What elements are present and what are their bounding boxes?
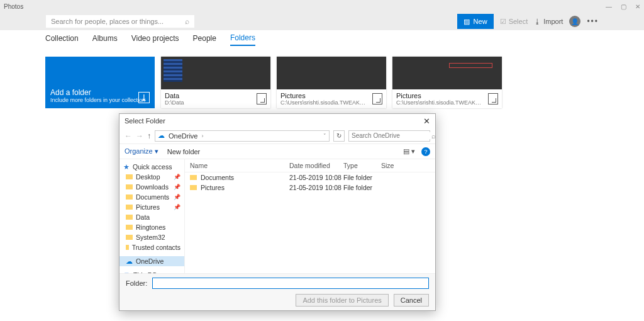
- tab-collection[interactable]: Collection: [45, 34, 79, 45]
- folder-input-row: Folder:: [126, 278, 429, 289]
- tree-item-label: Trusted contacts: [132, 244, 180, 251]
- avatar[interactable]: 👤: [569, 16, 580, 27]
- dialog-close-icon[interactable]: ✕: [423, 116, 430, 126]
- search-icon[interactable]: ⌕: [185, 17, 189, 26]
- add-folder-subtitle: Include more folders in your collection: [50, 97, 150, 103]
- top-strip: ⌕ ▨ New ☑ Select ⭳ Import 👤 •••: [0, 13, 644, 30]
- file-name: Documents: [201, 174, 234, 181]
- tree-item[interactable]: System32: [119, 232, 184, 242]
- chevron-down-icon[interactable]: ˅: [323, 133, 326, 139]
- folder-open-icon: [257, 93, 267, 104]
- folder-thumbnail: [392, 57, 502, 89]
- tree-item-label: Data: [136, 213, 150, 221]
- organize-menu[interactable]: Organize ▾: [125, 147, 158, 155]
- maximize-icon[interactable]: ▢: [621, 3, 626, 10]
- nav-back-icon[interactable]: ←: [125, 132, 132, 140]
- cancel-button[interactable]: Cancel: [394, 294, 429, 307]
- folder-icon: [190, 185, 197, 190]
- help-icon[interactable]: ?: [421, 147, 430, 156]
- tab-folders[interactable]: Folders: [230, 33, 255, 46]
- folder-card[interactable]: DataD:\Data: [161, 57, 270, 108]
- tree-item[interactable]: Data: [119, 212, 184, 222]
- folder-card-title: Pictures: [396, 92, 486, 99]
- tree-onedrive[interactable]: ☁OneDrive: [119, 256, 184, 266]
- file-type: File folder: [343, 184, 381, 191]
- dialog-path-row: ← → ↑ ☁ OneDrive › ˅ ↻ ⌕: [119, 128, 435, 144]
- nav-tree[interactable]: ★Quick accessDesktop📌Downloads📌Documents…: [119, 159, 185, 273]
- folder-icon: [126, 174, 133, 179]
- nav-forward-icon[interactable]: →: [136, 132, 143, 140]
- col-name[interactable]: Name: [190, 162, 289, 169]
- view-options-icon[interactable]: ▤ ▾: [403, 147, 415, 155]
- tree-quick-access[interactable]: ★Quick access: [119, 162, 184, 172]
- tree-item[interactable]: Pictures📌: [119, 202, 184, 212]
- search-icon: ⌕: [431, 132, 436, 140]
- folder-thumbnail: [277, 57, 386, 89]
- column-headers[interactable]: Name Date modified Type Size: [185, 159, 435, 172]
- tree-item[interactable]: Ringtones: [119, 222, 184, 232]
- pin-icon: 📌: [174, 204, 180, 210]
- col-date[interactable]: Date modified: [289, 162, 343, 169]
- breadcrumb-text: OneDrive: [169, 132, 197, 140]
- folder-thumbnail: [161, 57, 270, 89]
- add-folder-title: Add a folder: [50, 88, 150, 97]
- col-type[interactable]: Type: [343, 162, 381, 169]
- folder-open-icon: [488, 93, 498, 104]
- folder-card[interactable]: PicturesC:\Users\srishti.sisodia.TWEAKOR…: [392, 57, 502, 108]
- nav-up-icon[interactable]: ↑: [147, 132, 151, 140]
- file-row[interactable]: Pictures21-05-2019 10:08File folder: [185, 183, 435, 193]
- col-size[interactable]: Size: [381, 162, 430, 169]
- folder-input-label: Folder:: [126, 279, 147, 287]
- folder-card-title: Data: [165, 92, 254, 99]
- more-icon[interactable]: •••: [587, 17, 599, 26]
- pin-icon: 📌: [174, 174, 180, 180]
- folder-card[interactable]: PicturesC:\Users\srishti.sisodia.TWEAKOR…: [277, 57, 386, 108]
- add-folder-card[interactable]: Add a folder Include more folders in you…: [45, 57, 155, 108]
- tab-people[interactable]: People: [193, 34, 216, 45]
- onedrive-icon: ☁: [158, 132, 165, 140]
- folder-icon: [126, 184, 133, 189]
- dialog-bottom: Folder: Add this folder to Pictures Canc…: [119, 273, 435, 310]
- tree-item[interactable]: Downloads📌: [119, 182, 184, 192]
- folder-card-path: C:\Users\srishti.sisodia.TWEAKORG\OneD..…: [396, 99, 486, 106]
- window-controls: — ▢ ✕: [606, 3, 640, 10]
- pin-icon: 📌: [174, 194, 180, 200]
- new-folder-button[interactable]: New folder: [167, 148, 201, 155]
- folder-icon: [126, 215, 133, 220]
- select-icon: ☑: [500, 18, 506, 26]
- tree-item[interactable]: Desktop📌: [119, 172, 184, 182]
- search-input[interactable]: [51, 18, 185, 25]
- select-folder-dialog: Select Folder ✕ ← → ↑ ☁ OneDrive › ˅ ↻ ⌕…: [119, 113, 436, 311]
- file-pane: Name Date modified Type Size Documents21…: [185, 159, 435, 273]
- file-row[interactable]: Documents21-05-2019 10:08File folder: [185, 172, 435, 183]
- tree-item-label: Documents: [136, 193, 169, 201]
- dialog-search-box[interactable]: ⌕: [348, 130, 430, 142]
- select-button[interactable]: ☑ Select: [500, 18, 528, 26]
- close-icon[interactable]: ✕: [635, 3, 640, 10]
- minimize-icon[interactable]: —: [606, 3, 612, 10]
- dialog-search-input[interactable]: [352, 132, 431, 139]
- import-button[interactable]: ⭳ Import: [534, 18, 563, 25]
- add-folder-button[interactable]: Add this folder to Pictures: [296, 294, 388, 307]
- tab-video-projects[interactable]: Video projects: [131, 34, 179, 45]
- refresh-button[interactable]: ↻: [333, 130, 345, 142]
- new-icon: ▨: [464, 18, 470, 26]
- tree-item-label: System32: [136, 234, 165, 241]
- tree-item[interactable]: Documents📌: [119, 192, 184, 202]
- folder-input[interactable]: [152, 278, 429, 289]
- pin-icon: 📌: [174, 184, 180, 190]
- tab-albums[interactable]: Albums: [92, 34, 118, 45]
- folder-icon: [126, 245, 129, 250]
- onedrive-icon: ☁: [126, 257, 133, 265]
- chevron-right-icon: ›: [201, 133, 203, 139]
- folder-icon: [126, 225, 133, 230]
- breadcrumb[interactable]: ☁ OneDrive › ˅: [155, 130, 330, 142]
- tabs-row: CollectionAlbumsVideo projectsPeopleFold…: [0, 30, 644, 49]
- folder-icon: [190, 175, 197, 180]
- search-box[interactable]: ⌕: [45, 14, 195, 28]
- tree-item[interactable]: Trusted contacts: [119, 242, 184, 252]
- new-button[interactable]: ▨ New: [457, 14, 494, 29]
- tree-item-label: Desktop: [136, 173, 160, 181]
- file-name: Pictures: [201, 184, 225, 191]
- dialog-body: ★Quick accessDesktop📌Downloads📌Documents…: [119, 159, 435, 273]
